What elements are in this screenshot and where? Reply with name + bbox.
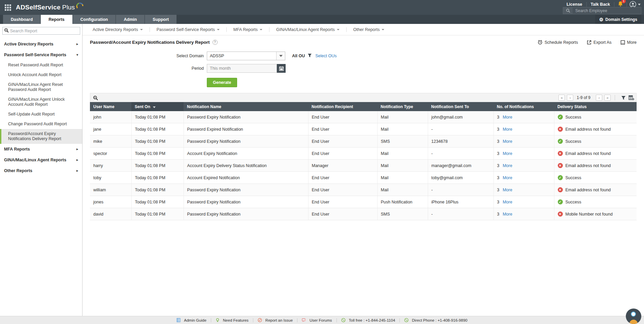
sidebar-item[interactable]: Password/Account Expiry Notifications De… bbox=[0, 129, 82, 144]
report-menu-item[interactable]: Password Self-Service Reports bbox=[153, 27, 223, 32]
cell-notification-count: 3More bbox=[493, 135, 554, 148]
sidebar-item[interactable]: MFA Reports ▸ bbox=[0, 144, 82, 155]
footer-link[interactable]: Admin Guide bbox=[176, 318, 206, 322]
prev-page-button[interactable]: ‹ bbox=[567, 95, 573, 101]
footer-link[interactable]: Toll free : +1-844-245-1104 bbox=[341, 318, 395, 322]
report-menu-item[interactable]: Active Directory Reports bbox=[89, 27, 146, 32]
sidebar-item[interactable]: Self-Update Audit Report bbox=[0, 109, 82, 119]
table-row[interactable]: william Today 01:08 PM Password Expiry N… bbox=[90, 184, 637, 196]
nav-tab-admin[interactable]: Admin bbox=[116, 15, 145, 24]
status-icon: ✓ bbox=[558, 115, 563, 120]
calendar-icon[interactable] bbox=[277, 64, 286, 73]
col-no-of-notifications[interactable]: No. of Notifications bbox=[493, 102, 554, 111]
table-row[interactable]: david Today 01:08 PM Password Expiry Not… bbox=[90, 208, 637, 220]
next-page-button[interactable]: › bbox=[596, 95, 602, 101]
phone-icon bbox=[404, 318, 410, 322]
domain-select[interactable]: ADSSP bbox=[207, 52, 285, 60]
more-link[interactable]: More bbox=[503, 151, 512, 156]
col-sent-on[interactable]: Sent On bbox=[131, 102, 184, 111]
status-text: Email address not found bbox=[566, 163, 611, 168]
table-row[interactable]: harry Today 01:08 PM Account Expiry Deli… bbox=[90, 160, 637, 172]
alarm-clock-icon bbox=[538, 40, 543, 45]
sidebar-item[interactable]: Password Self-Service Reports ▾ bbox=[0, 50, 82, 60]
more-link[interactable]: More bbox=[503, 115, 512, 120]
first-page-button[interactable]: « bbox=[558, 95, 565, 101]
divider bbox=[626, 2, 627, 7]
more-link[interactable]: More bbox=[503, 212, 512, 217]
top-bar: ADSelfService Plus License Talk Back 1 bbox=[0, 0, 644, 15]
col-notification-recipient[interactable]: Notification Recipient bbox=[308, 102, 377, 111]
report-search-input[interactable] bbox=[9, 29, 80, 33]
cell-notification-recipient: Manager bbox=[308, 160, 377, 172]
user-avatar[interactable] bbox=[630, 1, 641, 8]
status-text: Success bbox=[566, 115, 581, 120]
report-menu-item[interactable]: MFA Reports bbox=[230, 27, 266, 32]
table-row[interactable]: toby Today 01:08 PM Account Expired Noti… bbox=[90, 172, 637, 184]
select-ous-link[interactable]: Select OUs bbox=[315, 54, 336, 58]
sidebar-item[interactable]: GINA/Mac/Linux Agent Reports ▸ bbox=[0, 155, 82, 165]
sidebar-item[interactable]: Other Reports ▸ bbox=[0, 165, 82, 176]
footer-link[interactable]: Need Features bbox=[216, 318, 249, 322]
more-link[interactable]: More bbox=[503, 163, 512, 168]
more-link[interactable]: More bbox=[503, 188, 512, 192]
nav-tab-support[interactable]: Support bbox=[145, 15, 177, 24]
apps-grid-icon[interactable] bbox=[5, 4, 11, 11]
help-icon[interactable]: ? bbox=[213, 40, 218, 45]
col-delivery-status[interactable]: Delivery Status bbox=[554, 102, 637, 111]
employee-search-input[interactable] bbox=[573, 7, 641, 14]
col-notification-type[interactable]: Notification Type bbox=[377, 102, 428, 111]
cell-user-name: jones bbox=[90, 196, 131, 208]
sidebar-item[interactable]: GINA/Mac/Linux Agent Reset Password Audi… bbox=[0, 80, 82, 95]
issue-icon bbox=[258, 318, 264, 322]
status-text: Email address not found bbox=[566, 151, 611, 156]
more-link[interactable]: More bbox=[503, 139, 512, 144]
nav-tab-dashboard[interactable]: Dashboard bbox=[3, 15, 41, 24]
divider bbox=[297, 318, 297, 322]
search-icon[interactable] bbox=[563, 7, 573, 14]
col-user-name[interactable]: User Name bbox=[90, 102, 131, 111]
more-link[interactable]: More bbox=[503, 127, 512, 132]
last-page-button[interactable]: » bbox=[604, 95, 611, 101]
status-icon: ✓ bbox=[558, 175, 563, 180]
period-input[interactable] bbox=[207, 64, 277, 73]
table-row[interactable]: spector Today 01:08 PM Account Expiry No… bbox=[90, 148, 637, 160]
table-row[interactable]: mike Today 01:08 PM Password Expiry Noti… bbox=[90, 135, 637, 148]
generate-button[interactable]: Generate bbox=[207, 78, 237, 87]
cell-notification-type: Mail bbox=[377, 148, 428, 160]
footer-link[interactable]: Report an Issue bbox=[258, 318, 293, 322]
ou-filter-icon[interactable] bbox=[308, 53, 312, 59]
table-row[interactable]: john Today 01:08 PM Password Expiry Noti… bbox=[90, 111, 637, 123]
domain-settings-button[interactable]: ⚙ Domain Settings bbox=[595, 15, 641, 24]
sidebar-item[interactable]: GINA/Mac/Linux Agent Unlock Account Audi… bbox=[0, 95, 82, 109]
footer-link[interactable]: User Forums bbox=[302, 318, 332, 322]
notification-bell-icon[interactable]: 1 bbox=[618, 1, 623, 8]
export-as-button[interactable]: Export As bbox=[587, 40, 612, 45]
cell-delivery-status: ✓ Success bbox=[554, 196, 637, 208]
support-chat-button[interactable] bbox=[626, 309, 641, 324]
talkback-link[interactable]: Talk Back bbox=[587, 2, 614, 7]
sidebar-item[interactable]: Active Directory Reports ▸ bbox=[0, 39, 82, 50]
sidebar-item[interactable]: Unlock Account Audit Report bbox=[0, 70, 82, 80]
table-filter-icon[interactable] bbox=[621, 96, 626, 100]
col-notification-name[interactable]: Notification Name bbox=[184, 102, 308, 111]
column-chooser-icon[interactable] bbox=[629, 95, 634, 100]
support-agent-icon bbox=[631, 312, 636, 317]
report-menu-item[interactable]: Other Reports bbox=[350, 27, 388, 32]
more-link[interactable]: More bbox=[503, 175, 512, 180]
more-button[interactable]: More bbox=[620, 40, 637, 45]
sidebar-item[interactable]: Change Password Audit Report bbox=[0, 119, 82, 129]
license-link[interactable]: License bbox=[562, 2, 586, 7]
nav-tab-configuration[interactable]: Configuration bbox=[73, 15, 116, 24]
schedule-reports-button[interactable]: Schedule Reports bbox=[538, 40, 578, 45]
more-link[interactable]: More bbox=[503, 200, 512, 204]
sidebar-item[interactable]: Reset Password Audit Report bbox=[0, 60, 82, 70]
nav-tab-reports[interactable]: Reports bbox=[41, 15, 72, 24]
footer-link[interactable]: Direct Phone : +1-408-916-9890 bbox=[404, 318, 468, 322]
col-notification-sent-to[interactable]: Notification Sent To bbox=[428, 102, 493, 111]
table-row[interactable]: jane Today 01:08 PM Password Expired Not… bbox=[90, 123, 637, 135]
cell-delivery-status: ✕ Email address not found bbox=[554, 123, 637, 135]
cell-notification-sent-to: 1234678 bbox=[428, 135, 493, 148]
report-menu-item[interactable]: GINA/Mac/Linux Agent Reports bbox=[273, 27, 343, 32]
table-row[interactable]: jones Today 01:08 PM Password Expiry Not… bbox=[90, 196, 637, 208]
table-search-icon[interactable] bbox=[92, 95, 99, 100]
